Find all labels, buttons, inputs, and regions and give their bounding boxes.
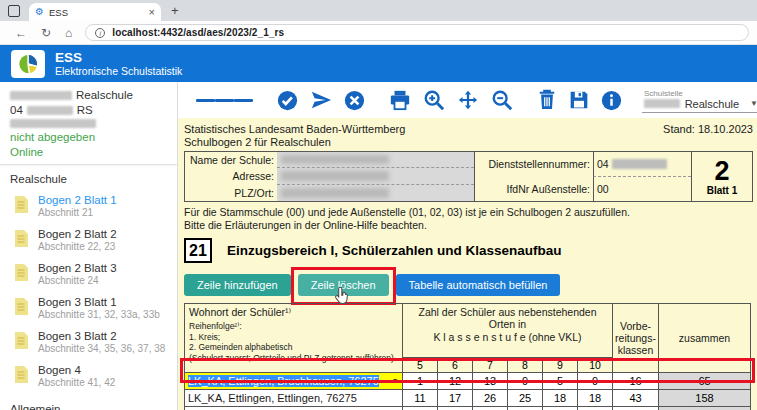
statistics-table: Wohnort der Schüler¹⁾ Reihenfolge²⁾: 1. … bbox=[184, 303, 751, 410]
address-label: Adresse: bbox=[185, 170, 277, 182]
table-row: LK_KA, Ettlingen, Bruchhausen, 76275▾ 1 … bbox=[185, 373, 751, 390]
value-cell[interactable]: 9 bbox=[578, 373, 613, 390]
sum-cell: 29 bbox=[659, 407, 751, 410]
info-icon[interactable] bbox=[601, 90, 622, 111]
value-cell[interactable]: 18 bbox=[543, 390, 578, 407]
document-icon bbox=[14, 366, 28, 383]
form-note-2: Bitte die Erläuterungen in der Online-Hi… bbox=[184, 219, 753, 232]
value-cell[interactable]: 12 bbox=[438, 373, 473, 390]
sidebar-item-bogen-2-blatt-3[interactable]: Bogen 2 Blatt 3Abschnitte 24 bbox=[0, 259, 177, 293]
value-cell[interactable]: 4 bbox=[438, 407, 473, 410]
klassenstufe-header: Zahl der Schüler aus nebenstehenden Orte… bbox=[403, 304, 613, 358]
statistics-table-wrap: Wohnort der Schüler¹⁾ Reihenfolge²⁾: 1. … bbox=[184, 303, 751, 410]
zoom-in-icon[interactable] bbox=[423, 89, 445, 111]
value-cell[interactable]: 18 bbox=[578, 390, 613, 407]
confirm-icon[interactable] bbox=[277, 90, 298, 111]
sidebar-item-bogen-2-blatt-2[interactable]: Bogen 2 Blatt 2Abschnitte 22, 23 bbox=[0, 225, 177, 259]
back-icon[interactable]: ← bbox=[15, 26, 27, 40]
nav-subtitle: Abschnitte 31, 32, 33a, 33b bbox=[38, 309, 160, 321]
school-name-label: Name der Schule: bbox=[185, 154, 277, 166]
browser-tab[interactable]: ⚙ ESS × bbox=[29, 3, 161, 21]
site-info-icon[interactable]: i bbox=[95, 28, 105, 38]
sidebar-item-bogen-3-blatt-2[interactable]: Bogen 3 Blatt 2Abschnitte 34, 35, 36, 37… bbox=[0, 327, 177, 361]
ort-cell-selected[interactable]: LK_KA, Ettlingen, Bruchhausen, 76275▾ bbox=[185, 373, 403, 390]
table-row: LK_KA, Ettlingen, Ettlingenweier, 76275 … bbox=[185, 407, 751, 410]
sidebar-item-bogen-3-blatt-1[interactable]: Bogen 3 Blatt 1Abschnitte 31, 32, 33a, 3… bbox=[0, 293, 177, 327]
value-cell[interactable]: 26 bbox=[473, 390, 508, 407]
pie-chart-icon bbox=[16, 52, 40, 76]
ort-cell[interactable]: LK_KA, Ettlingen, Ettlingen, 76275 bbox=[185, 390, 403, 407]
redacted-school-line bbox=[10, 119, 96, 128]
delete-icon[interactable] bbox=[537, 89, 557, 111]
address-field[interactable] bbox=[277, 168, 474, 184]
value-cell[interactable]: 8 bbox=[613, 407, 659, 410]
value-cell[interactable]: 25 bbox=[508, 390, 543, 407]
value-cell[interactable]: 5 bbox=[543, 373, 578, 390]
schulstelle-select[interactable]: Schulstelle Realschule ▼ bbox=[642, 88, 757, 113]
value-cell[interactable]: 3 bbox=[578, 407, 613, 410]
delete-row-button[interactable]: Zeile löschen bbox=[298, 274, 389, 296]
ort-cell[interactable]: LK_KA, Ettlingen, Ettlingenweier, 76275 bbox=[185, 407, 403, 410]
move-icon[interactable] bbox=[457, 89, 479, 111]
add-row-button[interactable]: Zeile hinzufügen bbox=[184, 274, 291, 296]
nav-title: Bogen 3 Blatt 2 bbox=[38, 330, 165, 343]
sidebar-item-bogen-4[interactable]: Bogen 4Abschnitte 41, 42 bbox=[0, 361, 177, 395]
sidebar-item-bogen-2-blatt-1[interactable]: Bogen 2 Blatt 1Abschnitt 21 bbox=[0, 191, 177, 225]
value-cell[interactable]: 2 bbox=[543, 407, 578, 410]
sheet-sub: Blatt 1 bbox=[707, 185, 738, 196]
vorbereitungsklassen-header: Vorbe- reitungs- klassen bbox=[613, 304, 659, 373]
document-icon bbox=[14, 298, 28, 315]
chevron-down-icon: ▼ bbox=[750, 99, 757, 108]
cancel-icon[interactable] bbox=[344, 90, 365, 111]
school-code-suffix: RS bbox=[77, 104, 93, 116]
menu-icon[interactable] bbox=[196, 96, 253, 105]
value-cell[interactable]: 17 bbox=[438, 390, 473, 407]
nav-subtitle: Abschnitte 24 bbox=[38, 275, 117, 287]
zoom-out-icon[interactable] bbox=[491, 89, 513, 111]
nav-subtitle: Abschnitte 34, 35, 36, 37, 38 bbox=[38, 343, 165, 355]
tab-title: ESS bbox=[49, 7, 149, 18]
reload-icon[interactable]: ↻ bbox=[41, 26, 51, 40]
home-icon[interactable]: ⌂ bbox=[65, 26, 72, 40]
value-cell[interactable]: 9 bbox=[508, 373, 543, 390]
sidebar-section-allgemein: Allgemein bbox=[0, 395, 177, 410]
vkl-line: Vorbe- bbox=[615, 320, 656, 332]
app-subtitle: Elektronische Schulstatistik bbox=[55, 65, 182, 77]
plz-field[interactable] bbox=[277, 185, 474, 201]
favicon-gear-icon: ⚙ bbox=[35, 7, 44, 17]
grade-col-10: 10 bbox=[578, 358, 613, 373]
tab-close-icon[interactable]: × bbox=[149, 6, 155, 18]
save-icon[interactable] bbox=[569, 90, 589, 110]
app-header: ESS Elektronische Schulstatistik bbox=[0, 45, 757, 82]
school-name-field[interactable] bbox=[277, 152, 474, 168]
grade-col-9: 9 bbox=[543, 358, 578, 373]
order-line: (Schulort zuerst; Ortsteile und PLZ getr… bbox=[189, 354, 398, 364]
print-icon[interactable] bbox=[389, 89, 411, 111]
url-field[interactable]: i localhost:4432/asd/aes/2023/2_1_rs bbox=[85, 24, 749, 41]
stand-date: Stand: 18.10.2023 bbox=[663, 123, 753, 148]
nav-title: Bogen 2 Blatt 1 bbox=[38, 194, 117, 207]
section-title: Einzugsbereich I, Schülerzahlen und Klas… bbox=[227, 243, 562, 258]
value-cell[interactable]: 13 bbox=[473, 373, 508, 390]
value-cell[interactable]: 11 bbox=[403, 390, 438, 407]
value-cell[interactable]: 16 bbox=[613, 373, 659, 390]
redacted-value bbox=[612, 159, 667, 169]
value-cell[interactable]: 1 bbox=[403, 373, 438, 390]
ifdnr-field[interactable]: 00 bbox=[593, 177, 691, 202]
autofill-table-button[interactable]: Tabelle automatisch befüllen bbox=[396, 274, 561, 296]
value-cell[interactable]: 43 bbox=[613, 390, 659, 407]
dropdown-caret-icon[interactable]: ▾ bbox=[393, 376, 397, 385]
sidebar: Realschule 04RS nicht abgegeben Online R… bbox=[0, 82, 178, 410]
value-cell[interactable]: 4 bbox=[508, 407, 543, 410]
section-number-box: 21 bbox=[184, 238, 212, 263]
order-line: 1. Kreis; bbox=[189, 333, 398, 343]
nav-subtitle: Abschnitte 41, 42 bbox=[38, 377, 115, 389]
value-cell[interactable]: 4 bbox=[473, 407, 508, 410]
value-cell[interactable]: 4 bbox=[403, 407, 438, 410]
new-tab-button[interactable]: + bbox=[171, 3, 179, 18]
send-icon[interactable] bbox=[310, 89, 332, 111]
tab-actions-icon[interactable] bbox=[8, 5, 20, 17]
sheet-number: 2 bbox=[714, 157, 729, 185]
dienststellennummer-field[interactable]: 04 bbox=[593, 152, 691, 177]
dienststellennummer-label: Dienststellennummer: bbox=[475, 158, 593, 170]
